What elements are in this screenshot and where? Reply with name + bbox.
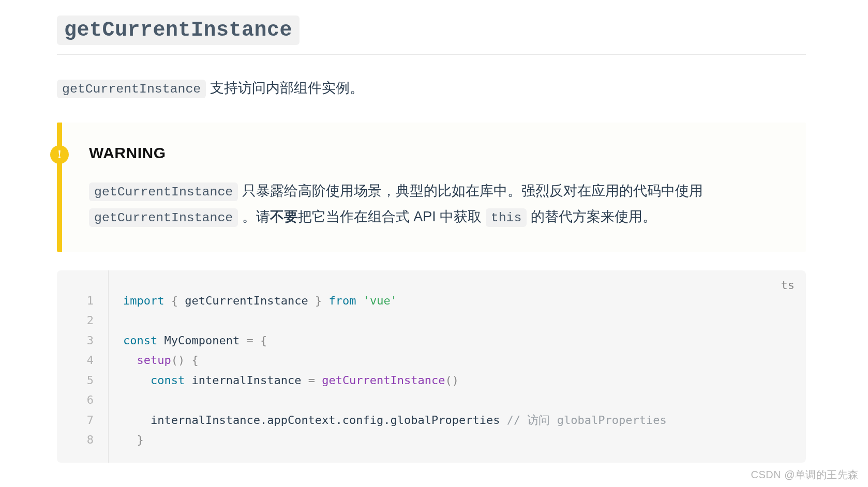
code-line-8: } xyxy=(123,433,144,446)
page-title-code: getCurrentInstance xyxy=(57,16,300,45)
intro-paragraph: getCurrentInstance 支持访问内部组件实例。 xyxy=(57,75,806,101)
warning-heading: WARNING xyxy=(89,144,785,162)
page-title-wrap: getCurrentInstance xyxy=(57,16,806,55)
doc-page: getCurrentInstance getCurrentInstance 支持… xyxy=(0,0,868,463)
line-number: 3 xyxy=(57,331,108,351)
line-number: 5 xyxy=(57,371,108,391)
warning-seg-1: 只暴露给高阶使用场景，典型的比如在库中。强烈反对在应用的代码中使用 xyxy=(238,183,703,199)
code-line-5: const internalInstance = getCurrentInsta… xyxy=(123,374,459,387)
warning-seg-3: 把它当作在组合式 API 中获取 xyxy=(298,209,486,224)
code-line-6 xyxy=(123,393,130,406)
code-line-3: const MyComponent = { xyxy=(123,334,267,347)
warning-block: ! WARNING getCurrentInstance 只暴露给高阶使用场景，… xyxy=(57,123,806,252)
line-number: 6 xyxy=(57,390,108,410)
line-number: 2 xyxy=(57,311,108,331)
code-lang-label: ts xyxy=(781,279,795,292)
code-line-1: import { getCurrentInstance } from 'vue' xyxy=(123,294,397,307)
code-lines[interactable]: import { getCurrentInstance } from 'vue'… xyxy=(109,270,667,463)
line-number: 4 xyxy=(57,351,108,371)
warning-icon: ! xyxy=(50,145,69,164)
warning-seg-2: 。请 xyxy=(238,209,270,224)
intro-inline-code: getCurrentInstance xyxy=(57,80,206,98)
code-body: 1 2 3 4 5 6 7 8 import { getCurrentInsta… xyxy=(57,270,806,463)
intro-text: 支持访问内部组件实例。 xyxy=(206,80,364,96)
watermark: CSDN @单调的王先森 xyxy=(751,468,859,482)
code-gutter: 1 2 3 4 5 6 7 8 xyxy=(57,270,109,463)
warning-bold: 不要 xyxy=(270,209,298,224)
line-number: 8 xyxy=(57,430,108,450)
warning-code-2: getCurrentInstance xyxy=(89,208,238,227)
warning-code-3: this xyxy=(486,208,527,227)
code-line-7: internalInstance.appContext.config.globa… xyxy=(123,414,667,427)
code-line-2 xyxy=(123,314,130,327)
code-block: ts 1 2 3 4 5 6 7 8 import { getCurrentIn… xyxy=(57,270,806,463)
line-number: 1 xyxy=(57,291,108,311)
warning-seg-4: 的替代方案来使用。 xyxy=(527,209,656,224)
code-line-4: setup() { xyxy=(123,354,199,367)
warning-body: getCurrentInstance 只暴露给高阶使用场景，典型的比如在库中。强… xyxy=(89,178,785,230)
line-number: 7 xyxy=(57,410,108,431)
warning-code-1: getCurrentInstance xyxy=(89,182,238,201)
